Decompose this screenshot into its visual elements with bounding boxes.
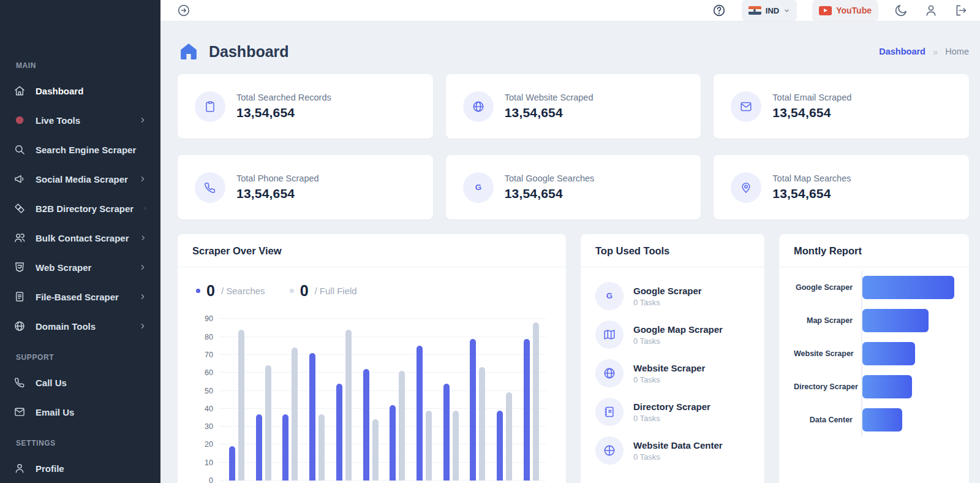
dark-mode-toggle[interactable] (894, 3, 908, 18)
stat-card-total-phone-scraped: Total Phone Scraped 13,54,654 (178, 155, 433, 219)
red-dot-icon (13, 114, 26, 126)
profile-button[interactable] (924, 3, 938, 18)
sidebar-toggle-button[interactable] (176, 3, 191, 18)
map-pin-icon (739, 181, 753, 194)
scraper-overview-title: Scraper Over View (192, 245, 551, 257)
searches-bar[interactable] (336, 384, 342, 481)
help-icon (712, 3, 726, 18)
stat-value: 13,54,654 (236, 105, 331, 120)
sidebar-item-call-us[interactable]: Call Us (13, 368, 147, 397)
searches-bar[interactable] (390, 405, 396, 481)
sidebar-item-search-engine-scraper[interactable]: Search Engine Scraper (13, 135, 147, 164)
full-field-bar[interactable] (533, 322, 539, 481)
sidebar-item-domain-tools[interactable]: Domain Tools (13, 311, 147, 341)
code-shield-icon (13, 261, 26, 273)
chevron-right-icon (138, 263, 147, 272)
bar-pair-1 (229, 330, 244, 481)
bar-groups (223, 310, 545, 481)
stat-icon-wrap (463, 91, 494, 122)
logout-button[interactable] (954, 3, 968, 18)
country-code: IND (766, 6, 779, 15)
legend-label: / Full Field (315, 286, 357, 296)
sidebar-item-label: Social Media Scraper (36, 174, 129, 184)
searches-bar[interactable] (443, 384, 450, 481)
full-field-bar[interactable] (426, 411, 432, 481)
chevron-right-icon (138, 175, 147, 183)
sidebar-item-label: Bulk Contact Scraper (36, 233, 129, 243)
sidebar-item-dashboard[interactable]: Dashboard (13, 76, 147, 105)
tool-item-directory-scraper[interactable]: Directory Scraper 0 Tasks (595, 398, 750, 426)
stat-icon-wrap (731, 172, 761, 203)
monthly-row-map-scraper: Map Scraper (794, 304, 954, 337)
google-g-icon: G (603, 289, 616, 303)
monthly-row-website-scraper: Website Scraper (794, 337, 954, 370)
full-field-bar[interactable] (238, 330, 244, 481)
legend-label: / Searches (221, 286, 265, 296)
searches-bar[interactable] (524, 339, 530, 481)
sidebar-item-file-based-scraper[interactable]: File-Based Scraper (13, 282, 147, 311)
mail-icon (739, 100, 753, 113)
full-field-bar[interactable] (318, 414, 325, 481)
searches-bar[interactable] (470, 339, 476, 481)
stat-label: Total Searched Records (236, 93, 331, 102)
searches-bar[interactable] (417, 346, 423, 481)
sidebar-section-settings: SETTINGS Profile (13, 430, 147, 483)
user-icon (13, 462, 26, 474)
full-field-bar[interactable] (265, 365, 271, 481)
sidebar-item-web-scraper[interactable]: Web Scraper (13, 253, 147, 282)
searches-bar[interactable] (282, 414, 288, 481)
sidebar-item-social-media-scraper[interactable]: Social Media Scraper (13, 164, 147, 194)
tool-item-website-scraper[interactable]: Website Scraper 0 Tasks (595, 359, 750, 387)
searches-bar[interactable] (256, 414, 262, 481)
svg-text:G: G (606, 291, 612, 300)
monthly-bar[interactable] (862, 342, 915, 365)
monthly-bar[interactable] (862, 309, 929, 332)
language-selector[interactable]: IND (742, 0, 797, 21)
searches-bar[interactable] (229, 446, 235, 481)
tool-icon-wrap (595, 436, 624, 465)
tool-name: Website Data Center (633, 440, 723, 451)
monthly-bar[interactable] (862, 408, 902, 432)
sidebar-item-email-us[interactable]: Email Us (13, 397, 147, 427)
logout-icon (954, 3, 968, 18)
scraper-overview-header: Scraper Over View (178, 234, 566, 267)
sidebar-item-bulk-contact-scraper[interactable]: Bulk Contact Scraper (13, 223, 147, 253)
tool-item-google-map-scraper[interactable]: Google Map Scraper 0 Tasks (595, 321, 750, 349)
tool-item-google-scraper[interactable]: G Google Scraper 0 Tasks (595, 282, 750, 310)
sidebar-item-profile[interactable]: Profile (13, 454, 147, 483)
full-field-bar[interactable] (506, 392, 512, 481)
y-axis-tick: 80 (192, 333, 213, 341)
help-button[interactable] (712, 3, 726, 18)
full-field-bar[interactable] (479, 367, 485, 481)
monthly-bar[interactable] (862, 375, 912, 398)
full-field-bar[interactable] (399, 371, 405, 481)
tool-name: Google Scraper (633, 286, 702, 296)
chevron-right-icon (138, 322, 147, 330)
sidebar-item-live-tools[interactable]: Live Tools (13, 105, 147, 135)
full-field-bar[interactable] (292, 348, 298, 481)
overview-legend: 0 / Searches 0 / Full Field (192, 282, 551, 300)
full-field-bar[interactable] (453, 411, 459, 481)
full-field-bar[interactable] (372, 419, 379, 481)
full-field-bar[interactable] (345, 330, 352, 481)
tool-item-website-data-center[interactable]: Website Data Center 0 Tasks (595, 436, 750, 465)
legend-value: 0 (300, 282, 309, 300)
searches-bar[interactable] (309, 353, 315, 481)
stat-label: Total Phone Scraped (236, 173, 319, 183)
searches-bar[interactable] (497, 411, 503, 481)
monthly-category-label: Map Scraper (794, 316, 861, 325)
searches-bar[interactable] (363, 369, 369, 481)
data-center-icon (603, 444, 616, 457)
sidebar: MAIN Dashboard Live Tools Search Engine … (0, 0, 160, 483)
monthly-row-google-scraper: Google Scraper (794, 271, 954, 304)
stat-icon-wrap (195, 91, 225, 122)
sidebar-item-label: Call Us (36, 378, 147, 388)
mail-icon (13, 406, 26, 418)
tool-icon-wrap (595, 321, 624, 349)
monthly-bar[interactable] (862, 276, 954, 299)
stat-label: Total Google Searches (505, 173, 595, 183)
breadcrumb-dashboard-link[interactable]: Dashboard (879, 47, 925, 56)
sidebar-item-b2b-directory-scraper[interactable]: B2B Directory Scraper (13, 194, 147, 223)
sidebar-section-main: MAIN Dashboard Live Tools Search Engine … (13, 53, 147, 341)
youtube-button[interactable]: YouTube (812, 0, 878, 21)
